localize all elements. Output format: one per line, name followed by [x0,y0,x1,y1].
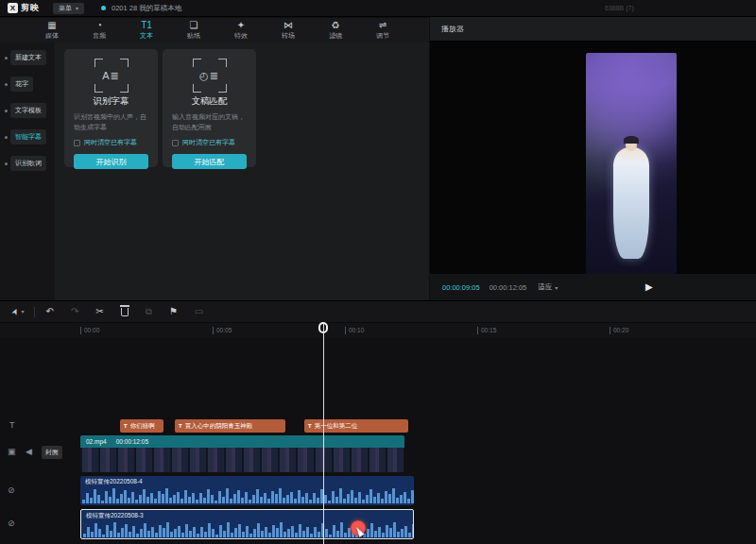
ruler-tick-label: 00:05 [213,327,232,334]
adjust-icon: ⇌ [379,20,387,30]
transition-icon: ⋈ [284,20,293,30]
chevron-down-icon: ▾ [555,284,558,291]
text-clip-icon: T [308,423,312,429]
play-button[interactable]: ▶ [645,281,653,292]
video-clip-duration: 00:00:12:05 [116,438,148,445]
clear-existing-subtitles-checkbox[interactable]: 同时清空已有字幕 [172,138,247,147]
player-controls: 00:00:09:05 00:00:12:05 适应 ▾ ▶ [430,274,756,300]
subtitle-clip[interactable]: T 第一位和第二位 [304,419,408,433]
tab-transition[interactable]: ⋈ 转场 [265,18,312,42]
video-track-icon: ▣ [8,448,16,456]
select-tool-caret-icon[interactable]: ▾ [22,307,25,316]
titlebar-right-info: 6388B (7) [605,5,634,11]
ruler-tick-label: 00:20 [610,327,628,334]
player-header: 播放器 [430,17,756,42]
playhead-handle[interactable] [318,322,328,333]
effects-icon: ✦ [237,20,245,30]
tab-audio[interactable]: ◔ 音频 [76,18,123,42]
checkbox-icon [74,140,80,146]
sidebar-item-fancy-text[interactable]: 花字 [5,76,55,92]
start-match-button[interactable]: 开始匹配 [172,154,247,169]
bullet-icon [5,110,8,112]
audio-clip[interactable]: 模特宣传20220508-4 [80,476,414,505]
capcut-logo-icon: X [8,3,18,13]
app-name: 剪映 [21,2,40,14]
clear-existing-subtitles-checkbox[interactable]: 同时清空已有字幕 [74,138,148,147]
checkbox-icon [172,140,179,146]
delete-icon[interactable] [121,308,129,316]
ribbon-toolbar: ▦ 媒体 ◔ 音频 T1 文本 ❏ 贴纸 ✦ 特效 ⋈ 转场 ♻ 滤镜 ⇌ 调节 [0,18,429,42]
preview-scale-dropdown[interactable]: 适应 ▾ [538,282,558,292]
video-subject-figure [613,147,649,259]
menu-label: 菜单 [59,4,72,13]
capcut-app-window: X 剪映 菜单 ▾ 0201 28 我的草稿本地 6388B (7) ▦ 媒体 … [0,0,756,544]
draft-save-status: 0201 28 我的草稿本地 [112,4,181,13]
scan-subtitles-icon: A≣ [94,59,129,93]
card-description: 识别音视频中的人声，自动生成字幕 [74,112,148,134]
tab-sticker[interactable]: ❏ 贴纸 [170,18,217,42]
select-tool-icon[interactable]: ➤ [9,306,21,316]
player-title: 播放器 [441,24,464,34]
text-panel: 新建文本 花字 文字模板 智能字幕 识别歌词 A≣ 识别字幕 [0,42,429,300]
audio-track-icon: ⊘ [8,486,15,495]
sidebar-item-new-text[interactable]: 新建文本 [5,50,55,65]
subtitle-clip[interactable]: T 你们猜啊 [120,419,163,433]
timeline-tracks: T ▣ ◀ 封面 ⊘ ⊘ T 你们猜啊 T 置入心中的阴阳青玉神殿 T 第一位和… [0,338,756,544]
mute-original-icon[interactable]: ◀ [26,448,32,456]
saved-indicator-dot [101,6,106,10]
subtitle-clip[interactable]: T 置入心中的阴阳青玉神殿 [175,419,285,433]
current-time: 00:00:09:05 [442,283,480,292]
tab-filter[interactable]: ♻ 滤镜 [312,18,359,42]
text-clip-icon: T [124,423,128,429]
audio-clip-name: 模特宣传20220508-3 [81,510,413,521]
video-preview-area[interactable] [430,42,756,274]
app-logo: X 剪映 [8,2,40,14]
audio-clip-name: 模特宣传20220508-4 [80,476,414,487]
split-clip-icon[interactable]: ✂ [95,307,103,316]
script-match-card: ◴≣ 文稿匹配 输入音视频对应的文稿，自动匹配画面 同时清空已有字幕 开始匹配 [163,49,256,167]
sticker-icon: ❏ [190,20,198,30]
sidebar-item-recognize-lyrics[interactable]: 识别歌词 [5,156,55,171]
recognize-subtitles-card: A≣ 识别字幕 识别音视频中的人声，自动生成字幕 同时清空已有字幕 开始识别 [64,49,158,167]
audio-track-icon: ⊘ [8,519,15,528]
redo-icon[interactable]: ↷ [71,307,78,316]
tab-adjust[interactable]: ⇌ 调节 [359,18,406,42]
playhead-line[interactable] [323,323,324,544]
start-recognition-button[interactable]: 开始识别 [74,154,148,169]
undo-icon[interactable]: ↶ [46,307,54,316]
titlebar: X 剪映 菜单 ▾ 0201 28 我的草稿本地 6388B (7) [0,0,756,17]
tab-effects[interactable]: ✦ 特效 [217,18,265,42]
timeline-ruler[interactable]: 00:00 00:05 00:10 00:15 00:20 [0,323,756,338]
card-description: 输入音视频对应的文稿，自动匹配画面 [172,112,247,134]
bullet-icon [5,57,8,60]
video-clip[interactable]: 02.mp4 00:00:12:05 [80,435,404,472]
crop-icon[interactable]: ▭ [195,307,203,316]
bullet-icon [5,136,8,139]
bullet-icon [5,83,8,86]
toolbar-divider [34,307,35,317]
cover-button[interactable]: 封面 [42,446,62,459]
audio-icon: ◔ [96,20,102,30]
tab-media[interactable]: ▦ 媒体 [28,18,76,42]
flag-marker-icon[interactable]: ⚑ [169,307,178,316]
card-title: 识别字幕 [74,95,148,108]
tab-text[interactable]: T1 文本 [123,18,170,42]
text-icon: T1 [141,20,152,30]
timeline-toolbar: ➤ ▾ ↶ ↷ ✂ ⧉ ⚑ ▭ [0,300,756,323]
filter-icon: ♻ [332,20,340,30]
sidebar-item-smart-captions[interactable]: 智能字幕 [5,129,55,144]
audio-waveform [80,487,414,503]
mirror-icon[interactable]: ⧉ [146,307,152,316]
sidebar-item-text-template[interactable]: 文字模板 [5,103,55,118]
menu-dropdown[interactable]: 菜单 ▾ [53,3,84,14]
ruler-tick-label: 00:00 [80,327,99,334]
bullet-icon [5,162,8,165]
text-clip-icon: T [179,423,182,429]
text-panel-sidebar: 新建文本 花字 文字模板 智能字幕 识别歌词 [0,42,55,300]
scan-match-icon: ◴≣ [193,59,227,93]
video-frame [586,53,677,274]
text-track-icon: T [9,421,15,430]
card-title: 文稿匹配 [172,95,247,108]
ruler-tick-label: 00:10 [345,327,364,334]
player-panel: 播放器 00:00:09:05 00:00:12:05 适应 ▾ ▶ [430,17,756,300]
